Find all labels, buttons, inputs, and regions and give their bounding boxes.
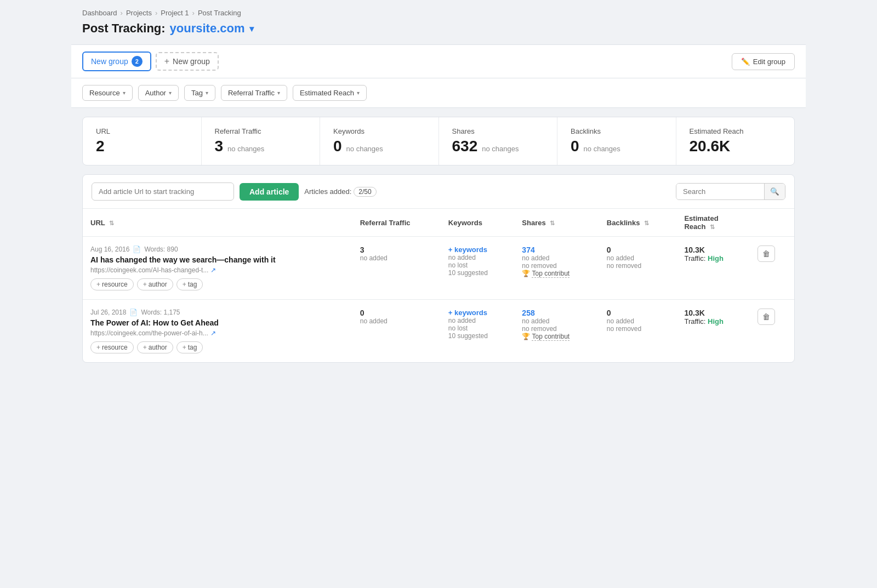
caret-icon: ▾ [277,90,280,96]
backlinks-cell-2: 0 no added no removed [599,300,677,363]
filter-tag[interactable]: Tag ▾ [184,85,215,101]
plus-icon: + [164,56,169,66]
edit-group-button[interactable]: ✏️ Edit group [732,53,795,70]
backlinks-cell-1: 0 no added no removed [599,237,677,300]
search-icon-button[interactable]: 🔍 [764,184,785,199]
url-cell-1: Aug 16, 2016 📄 Words: 890 AI has changed… [83,237,352,300]
stat-keywords: Keywords 0 no changes [320,117,439,165]
group-tab-add[interactable]: + New group [156,52,219,71]
stat-url-value: 2 [96,138,105,155]
row2-url: https://coingeek.com/the-power-of-ai-h..… [90,329,208,337]
stat-backlinks-value: 0 [571,138,579,155]
page-title-prefix: Post Tracking: [82,21,166,36]
site-selector[interactable]: yoursite.com [170,21,245,36]
site-selector-chevron[interactable]: ▾ [249,24,254,34]
external-link-icon[interactable]: ↗ [210,329,216,337]
filter-referral-traffic[interactable]: Referral Traffic ▾ [221,85,287,101]
traffic-high-2: High [708,317,724,326]
col-url: URL ⇅ [83,209,352,237]
delete-button-2[interactable]: 🗑 [758,309,775,325]
stat-shares: Shares 632 no changes [439,117,558,165]
filter-resource[interactable]: Resource ▾ [82,85,133,101]
row1-date: Aug 16, 2016 [90,246,129,253]
stat-keywords-value: 0 [333,138,342,155]
articles-table: URL ⇅ Referral Traffic Keywords Shares ⇅… [83,209,794,362]
breadcrumb: Dashboard › Projects › Project 1 › Post … [82,9,795,17]
filter-estimated-reach[interactable]: Estimated Reach ▾ [293,85,367,101]
tag-chip-author[interactable]: + author [137,341,173,353]
breadcrumb-project1[interactable]: Project 1 [161,9,189,17]
articles-count-badge: 2/50 [354,187,376,197]
external-link-icon[interactable]: ↗ [210,266,216,274]
shares-cell-1: 374 no added no removed 🏆 Top contribut [514,237,599,300]
search-input[interactable] [676,184,764,199]
group-tab-add-label: New group [173,57,210,66]
sort-icon[interactable]: ⇅ [550,220,555,227]
search-box: 🔍 [676,183,785,200]
stats-card: URL 2 Referral Traffic 3 no changes Keyw… [82,117,795,165]
filter-author[interactable]: Author ▾ [138,85,179,101]
row2-title: The Power of AI: How to Get Ahead [90,318,345,327]
row2-words: Words: 1,175 [141,309,180,316]
row1-title: AI has changed the way we search—change … [90,255,345,264]
filters-bar: Resource ▾ Author ▾ Tag ▾ Referral Traff… [71,78,806,108]
caret-icon: ▾ [123,90,126,96]
row2-date: Jul 26, 2018 [90,309,126,316]
actions-cell-1: 🗑 [750,237,794,300]
keywords-cell-2: + keywords no added no lost 10 suggested [441,300,515,363]
stat-backlinks: Backlinks 0 no changes [557,117,676,165]
reach-cell-2: 10.3K Traffic: High [676,300,750,363]
table-row: Jul 26, 2018 📄 Words: 1,175 The Power of… [83,300,794,363]
stat-referral-value: 3 [215,138,224,155]
sort-icon[interactable]: ⇅ [644,220,649,227]
tag-chip-tag[interactable]: + tag [176,278,203,290]
articles-count: Articles added: 2/50 [304,187,376,197]
page-title: Post Tracking: yoursite.com ▾ [82,21,795,36]
stat-reach-value: 20.6K [690,138,731,155]
top-contrib-2[interactable]: Top contribut [532,333,570,341]
shares-value-1[interactable]: 374 [522,246,591,254]
group-tab-active-label: New group [91,57,128,66]
shares-value-2[interactable]: 258 [522,309,591,317]
breadcrumb-dashboard[interactable]: Dashboard [82,9,117,17]
doc-icon: 📄 [129,309,138,316]
tag-chip-resource[interactable]: + resource [90,341,134,353]
col-shares: Shares ⇅ [514,209,599,237]
col-keywords: Keywords [441,209,515,237]
row1-url: https://coingeek.com/AI-has-changed-t... [90,266,208,274]
url-input[interactable] [92,182,234,201]
actions-cell-2: 🗑 [750,300,794,363]
groups-left: New group 2 + New group [82,52,219,71]
add-article-button[interactable]: Add article [240,183,299,201]
keywords-link-2[interactable]: + keywords [448,309,507,317]
edit-group-label: Edit group [753,58,785,66]
breadcrumb-posttracking: Post Tracking [198,9,241,17]
delete-button-1[interactable]: 🗑 [758,246,775,262]
tag-chip-resource[interactable]: + resource [90,278,134,290]
pencil-icon: ✏️ [741,58,750,66]
groups-bar: New group 2 + New group ✏️ Edit group [71,45,806,78]
sort-icon[interactable]: ⇅ [109,220,114,227]
stat-shares-value: 632 [452,138,478,155]
breadcrumb-projects[interactable]: Projects [126,9,152,17]
caret-icon: ▾ [206,90,208,96]
doc-icon: 📄 [133,246,141,253]
caret-icon: ▾ [357,90,360,96]
referral-traffic-cell-2: 0 no added [352,300,441,363]
shares-cell-2: 258 no added no removed 🏆 Top contribut [514,300,599,363]
stat-url: URL 2 [83,117,202,165]
stat-estimated-reach: Estimated Reach 20.6K [676,117,795,165]
tag-chip-tag[interactable]: + tag [176,341,203,353]
group-tab-active[interactable]: New group 2 [82,52,151,71]
keywords-cell-1: + keywords no added no lost 10 suggested [441,237,515,300]
col-actions [750,209,794,237]
reach-cell-1: 10.3K Traffic: High [676,237,750,300]
keywords-link-1[interactable]: + keywords [448,246,507,254]
col-referral-traffic: Referral Traffic [352,209,441,237]
sort-icon[interactable]: ⇅ [710,224,715,231]
tag-chip-author[interactable]: + author [137,278,173,290]
caret-icon: ▾ [169,90,172,96]
col-estimated-reach: EstimatedReach ⇅ [676,209,750,237]
articles-section: Add article Articles added: 2/50 🔍 URL ⇅… [82,174,795,363]
top-contrib-1[interactable]: Top contribut [532,270,570,278]
